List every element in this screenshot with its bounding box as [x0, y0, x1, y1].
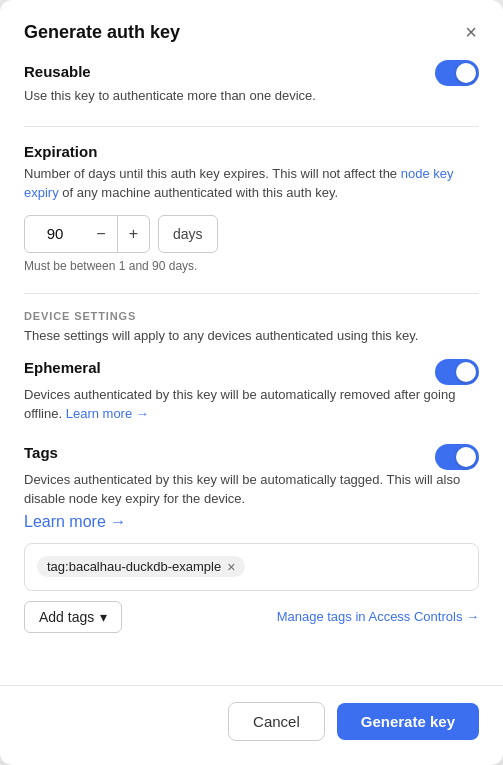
add-tags-button[interactable]: Add tags ▾ [24, 601, 122, 633]
device-settings-desc: These settings will apply to any devices… [24, 328, 479, 343]
close-button[interactable]: × [463, 20, 479, 44]
reusable-toggle-slider [435, 60, 479, 86]
generate-key-button[interactable]: Generate key [337, 703, 479, 740]
reusable-description: Use this key to authenticate more than o… [24, 86, 479, 106]
expiration-section: Expiration Number of days until this aut… [24, 143, 479, 273]
tags-desc-start: Devices authenticated by this key will b… [24, 472, 460, 507]
device-settings-label: DEVICE SETTINGS [24, 310, 479, 322]
reusable-row: Reusable [24, 60, 479, 86]
tags-footer: Add tags ▾ Manage tags in Access Control… [24, 601, 479, 633]
expiration-description: Number of days until this auth key expir… [24, 164, 479, 203]
expiration-desc-end: of any machine authenticated with this a… [59, 185, 338, 200]
manage-tags-link[interactable]: Manage tags in Access Controls → [277, 609, 479, 624]
modal-title: Generate auth key [24, 22, 180, 43]
expiry-row: − + days [24, 215, 479, 253]
expiry-input-wrap: − + [24, 215, 150, 253]
ephemeral-section: Ephemeral Devices authenticated by this … [24, 359, 479, 424]
expiry-increment-button[interactable]: + [117, 215, 149, 253]
modal-header: Generate auth key × [0, 0, 503, 60]
divider-1 [24, 126, 479, 127]
tag-chip-label: tag:bacalhau-duckdb-example [47, 559, 221, 574]
expiry-decrement-button[interactable]: − [85, 215, 117, 253]
tags-learn-more-link[interactable]: Learn more → [24, 513, 126, 530]
ephemeral-toggle-slider [435, 359, 479, 385]
divider-2 [24, 293, 479, 294]
device-settings-section: DEVICE SETTINGS These settings will appl… [24, 310, 479, 633]
tags-toggle[interactable] [435, 444, 479, 470]
add-tags-label: Add tags [39, 609, 94, 625]
modal-body: Reusable Use this key to authenticate mo… [0, 60, 503, 677]
expiration-desc-start: Number of days until this auth key expir… [24, 166, 401, 181]
expiry-note: Must be between 1 and 90 days. [24, 259, 479, 273]
tags-description: Devices authenticated by this key will b… [24, 470, 479, 509]
generate-auth-key-modal: Generate auth key × Reusable Use this ke… [0, 0, 503, 765]
tag-chip: tag:bacalhau-duckdb-example × [37, 556, 245, 577]
reusable-label: Reusable [24, 63, 91, 80]
ephemeral-label: Ephemeral [24, 359, 101, 376]
tags-label: Tags [24, 444, 58, 461]
reusable-toggle[interactable] [435, 60, 479, 86]
chevron-down-icon: ▾ [100, 609, 107, 625]
ephemeral-toggle[interactable] [435, 359, 479, 385]
tags-row: Tags [24, 444, 479, 470]
tags-toggle-slider [435, 444, 479, 470]
expiration-label: Expiration [24, 143, 479, 160]
ephemeral-row: Ephemeral [24, 359, 479, 385]
ephemeral-learn-more-link[interactable]: Learn more → [66, 406, 149, 421]
tag-chip-remove-button[interactable]: × [225, 560, 235, 574]
ephemeral-description: Devices authenticated by this key will b… [24, 385, 479, 424]
modal-footer: Cancel Generate key [0, 685, 503, 765]
expiry-unit-label: days [158, 215, 218, 253]
tags-input-area[interactable]: tag:bacalhau-duckdb-example × [24, 543, 479, 591]
tags-section: Tags Devices authenticated by this key w… [24, 444, 479, 633]
cancel-button[interactable]: Cancel [228, 702, 325, 741]
reusable-section: Reusable Use this key to authenticate mo… [24, 60, 479, 106]
expiry-value-input[interactable] [25, 225, 85, 242]
